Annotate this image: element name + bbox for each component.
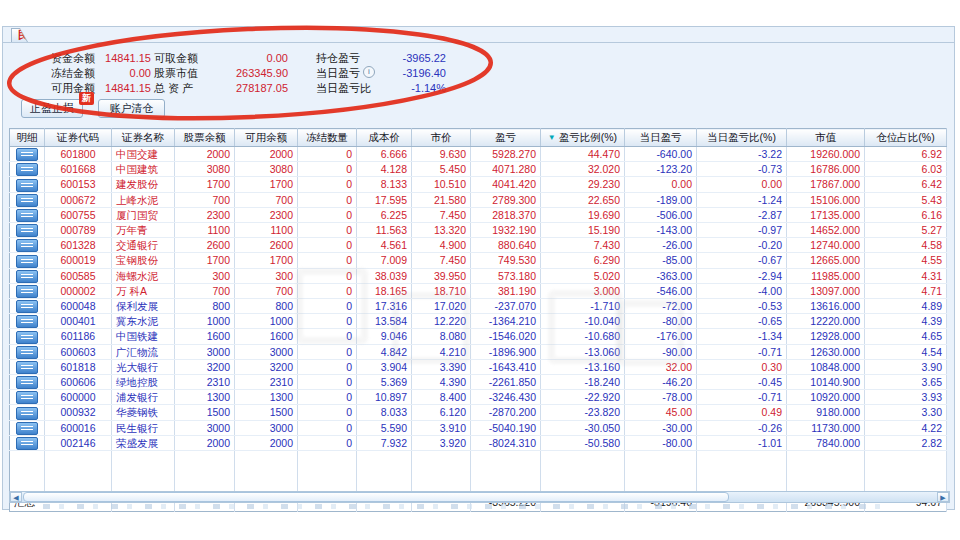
table-row[interactable]: 600606绿地控股2310231005.3694.390-2261.850-1…	[10, 375, 947, 390]
cell-price: 6.120	[412, 405, 471, 420]
detail-icon[interactable]	[16, 209, 38, 222]
column-header-7[interactable]: 成本价	[357, 129, 412, 147]
cell-available: 3000	[235, 420, 298, 435]
watermark-blob	[618, 300, 684, 366]
account-field: 资金余额14841.15	[51, 51, 151, 66]
stop-profit-loss-button[interactable]: 止盈止损	[21, 99, 83, 118]
cell-pl_pct: -22.920	[541, 390, 625, 405]
column-header-14[interactable]: 仓位占比(%)	[865, 129, 947, 147]
new-badge: 新	[79, 92, 94, 105]
detail-icon[interactable]	[16, 346, 38, 359]
detail-icon[interactable]	[16, 239, 38, 252]
table-row[interactable]: 000789万年青11001100011.56313.3201932.19015…	[10, 223, 947, 238]
table-row[interactable]: 601328交通银行2600260004.5614.900880.6407.43…	[10, 238, 947, 253]
detail-icon[interactable]	[16, 255, 38, 268]
cell-frozen: 0	[298, 390, 357, 405]
column-header-11[interactable]: 当日盈亏	[625, 129, 697, 147]
cell-detail	[10, 435, 45, 450]
table-row[interactable]: 000672上峰水泥700700017.59521.5802789.30022.…	[10, 192, 947, 207]
detail-icon[interactable]	[16, 391, 38, 404]
cell-day_pl_pct: -2.87	[697, 207, 787, 222]
column-header-4[interactable]: 股票余额	[175, 129, 235, 147]
table-row[interactable]: 601668中国建筑3080308004.1285.4504071.28032.…	[10, 162, 947, 177]
detail-icon[interactable]	[16, 315, 38, 328]
table-row[interactable]: 600019宝钢股份1700170007.0097.450749.5306.29…	[10, 253, 947, 268]
table-row[interactable]: 002146荣盛发展2000200007.9323.920-8024.310-5…	[10, 435, 947, 450]
column-header-6[interactable]: 冻结数量	[298, 129, 357, 147]
cell-price: 7.450	[412, 207, 471, 222]
cell-mv: 17867.000	[787, 177, 865, 192]
cell-pos_pct: 5.43	[865, 192, 947, 207]
cell-pl_pct: 7.430	[541, 238, 625, 253]
column-header-5[interactable]: 可用余额	[235, 129, 298, 147]
detail-icon[interactable]	[16, 300, 38, 313]
detail-icon[interactable]	[16, 331, 38, 344]
table-row[interactable]: 600153建发股份1700170008.13310.5104041.42029…	[10, 177, 947, 192]
column-header-13[interactable]: 市值	[787, 129, 865, 147]
cell-name: 万年青	[112, 223, 175, 238]
scroll-left-arrow-icon[interactable]: ◀	[10, 492, 22, 502]
account-field: 可用金额14841.15	[51, 81, 151, 96]
detail-icon[interactable]	[16, 194, 38, 207]
column-header-12[interactable]: 当日盈亏比(%)	[697, 129, 787, 147]
detail-icon[interactable]	[16, 361, 38, 374]
cell-name: 万 科A	[112, 283, 175, 298]
cell-name: 保利发展	[112, 299, 175, 314]
detail-icon[interactable]	[16, 270, 38, 283]
table-row[interactable]: 600016民生银行3000300005.5903.910-5040.190-3…	[10, 420, 947, 435]
cell-pl: 573.180	[471, 268, 541, 283]
table-row[interactable]: 600603广汇物流3000300004.8424.210-1896.900-1…	[10, 344, 947, 359]
column-header-9[interactable]: 盈亏	[471, 129, 541, 147]
cell-price: 8.400	[412, 390, 471, 405]
table-row[interactable]: 601818光大银行3200320003.9043.390-1643.410-1…	[10, 359, 947, 374]
column-header-8[interactable]: 市价	[412, 129, 471, 147]
account-field-label: 资金余额	[51, 51, 95, 66]
detail-icon[interactable]	[16, 224, 38, 237]
info-icon[interactable]: i	[363, 66, 375, 78]
detail-icon[interactable]	[16, 148, 38, 161]
table-row[interactable]: 601800中国交建2000200006.6669.6305928.27044.…	[10, 147, 947, 162]
cell-name: 海螺水泥	[112, 268, 175, 283]
clear-account-button[interactable]: 账户清仓	[98, 99, 165, 118]
cell-day_pl_pct: -0.71	[697, 390, 787, 405]
detail-icon[interactable]	[16, 437, 38, 450]
cell-pl: -5040.190	[471, 420, 541, 435]
table-row[interactable]: 600755厦门国贸2300230006.2257.4502818.37019.…	[10, 207, 947, 222]
table-row[interactable]: 000932华菱钢铁1500150008.0336.120-2870.200-2…	[10, 405, 947, 420]
column-header-10[interactable]: ▼盈亏比例(%)	[541, 129, 625, 147]
table-row[interactable]: 600000浦发银行13001300010.8978.400-3246.430-…	[10, 390, 947, 405]
scroll-right-arrow-icon[interactable]: ▶	[937, 492, 949, 502]
cell-mv: 12740.000	[787, 238, 865, 253]
cell-price: 13.320	[412, 223, 471, 238]
detail-icon[interactable]	[16, 376, 38, 389]
cell-day_pl: -189.00	[625, 192, 697, 207]
column-header-3[interactable]: 证券名称	[112, 129, 175, 147]
detail-icon[interactable]	[16, 407, 38, 420]
table-row[interactable]: 600048保利发展800800017.31617.020-237.070-1.…	[10, 299, 947, 314]
cell-day_pl_pct: -0.71	[697, 344, 787, 359]
table-row[interactable]: 600585海螺水泥300300038.03939.950573.1805.02…	[10, 268, 947, 283]
table-row[interactable]: 601186中国铁建1600160009.0468.080-1546.020-1…	[10, 329, 947, 344]
cell-pl: -1896.900	[471, 344, 541, 359]
column-header-1[interactable]: 明细	[10, 129, 45, 147]
cell-name: 光大银行	[112, 359, 175, 374]
cell-balance: 700	[175, 283, 235, 298]
column-header-2[interactable]: 证券代码	[45, 129, 112, 147]
tab-currency-rmb[interactable]: 人民币	[11, 28, 28, 42]
cell-name: 华菱钢铁	[112, 405, 175, 420]
cell-day_pl_pct: -0.65	[697, 314, 787, 329]
cell-pl_pct: -23.820	[541, 405, 625, 420]
detail-icon[interactable]	[16, 285, 38, 298]
cell-pos_pct: 4.71	[865, 283, 947, 298]
table-row[interactable]: 000401冀东水泥10001000013.58412.220-1364.210…	[10, 314, 947, 329]
cell-pos_pct: 2.82	[865, 435, 947, 450]
cell-detail	[10, 329, 45, 344]
detail-icon[interactable]	[16, 179, 38, 192]
scrollbar-thumb[interactable]	[23, 492, 729, 502]
detail-icon[interactable]	[16, 422, 38, 435]
table-row[interactable]: 000002万 科A700700018.16518.710381.1903.00…	[10, 283, 947, 298]
cell-pos_pct: 3.65	[865, 375, 947, 390]
horizontal-scrollbar[interactable]: ◀ ▶	[9, 491, 950, 503]
cell-detail	[10, 253, 45, 268]
detail-icon[interactable]	[16, 163, 38, 176]
